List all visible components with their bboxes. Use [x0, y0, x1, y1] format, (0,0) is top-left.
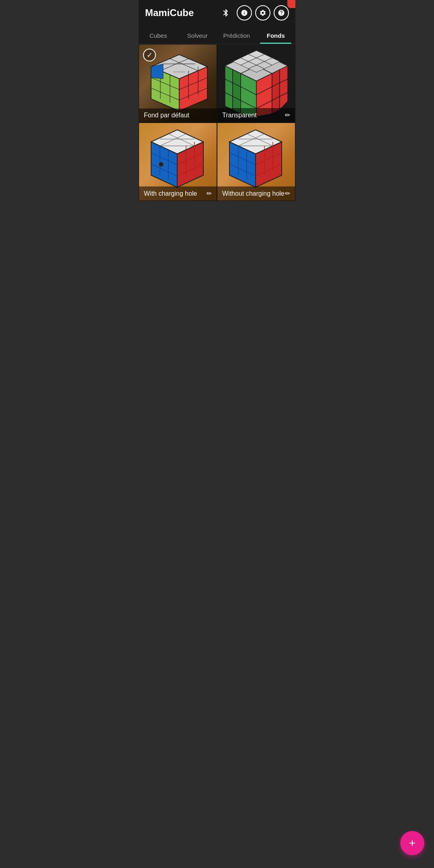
svg-marker-15 [151, 64, 163, 79]
settings-icon[interactable] [255, 5, 270, 20]
app-title: MamiCube [145, 7, 194, 18]
svg-point-65 [159, 162, 164, 167]
empty-area [139, 201, 295, 362]
tab-prediction[interactable]: Prédiction [217, 26, 256, 44]
help-icon[interactable] [274, 5, 289, 20]
selected-checkmark: ✓ [143, 49, 156, 61]
notification-badge [287, 0, 295, 8]
grid-item-without-charging-hole[interactable]: Without charging hole ✏ [217, 123, 295, 201]
transparent-label: Transparent ✏ [217, 108, 295, 122]
tab-fonds[interactable]: Fonds [256, 26, 296, 44]
app-header: MamiCube [139, 0, 295, 26]
bluetooth-icon[interactable] [218, 5, 233, 20]
grid-item-with-charging-hole[interactable]: With charging hole ✏ [139, 123, 217, 201]
tab-solveur[interactable]: Solveur [178, 26, 217, 44]
with-charging-hole-label: With charging hole ✏ [139, 186, 217, 201]
info-icon[interactable] [237, 5, 252, 20]
header-actions [218, 5, 289, 20]
grid-item-transparent[interactable]: Transparent ✏ [217, 44, 295, 123]
without-charging-hole-label: Without charging hole ✏ [217, 186, 295, 201]
tab-cubes[interactable]: Cubes [139, 26, 178, 44]
cube-visual-3 [141, 125, 213, 195]
backgrounds-grid: ✓ Fond par défaut [139, 44, 295, 201]
fond-defaut-label: Fond par défaut [139, 108, 217, 122]
grid-item-fond-defaut[interactable]: ✓ Fond par défaut [139, 44, 217, 123]
cube-visual-4 [219, 125, 292, 195]
edit-icon-transparent[interactable]: ✏ [285, 111, 290, 119]
edit-icon-no-charging[interactable]: ✏ [285, 190, 290, 197]
edit-icon-charging[interactable]: ✏ [207, 190, 212, 197]
tab-bar: Cubes Solveur Prédiction Fonds [139, 26, 295, 44]
